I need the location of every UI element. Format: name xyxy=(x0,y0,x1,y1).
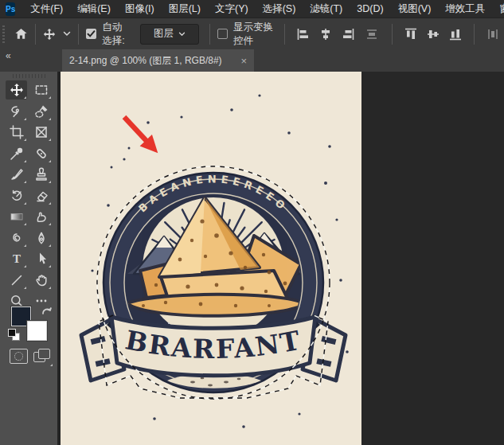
menu-file[interactable]: 文件(F) xyxy=(23,0,70,18)
clone-stamp-icon xyxy=(34,167,49,182)
move-tool-icon xyxy=(10,83,24,97)
menu-window[interactable]: 窗口(W) xyxy=(492,0,504,18)
eyedropper-icon xyxy=(10,146,24,161)
type-tool[interactable]: T xyxy=(6,249,27,268)
check-icon xyxy=(86,29,96,39)
separator xyxy=(35,24,36,45)
background-color-swatch[interactable] xyxy=(27,321,47,341)
menu-3d[interactable]: 3D(D) xyxy=(350,0,390,18)
align-bottom-edges-icon xyxy=(449,28,462,41)
separator xyxy=(392,24,393,45)
tab-close-icon[interactable]: × xyxy=(234,55,247,67)
history-brush-icon xyxy=(10,189,24,203)
menu-plugins[interactable]: 增效工具 xyxy=(438,0,492,18)
tool-options-bar: 自动选择: 图层 显示变换控件 xyxy=(0,18,504,50)
mode-buttons xyxy=(0,349,57,369)
frame-tool[interactable] xyxy=(30,123,52,142)
move-tool-preset-button[interactable] xyxy=(43,28,71,41)
distribute-vertical-centers-button[interactable] xyxy=(365,28,378,41)
path-selection-tool[interactable] xyxy=(30,249,52,268)
document-canvas[interactable]: BAEANENEEREEO xyxy=(61,72,361,445)
move-tool-icon xyxy=(43,28,56,41)
rectangular-marquee-icon xyxy=(34,83,49,97)
menu-select[interactable]: 选择(S) xyxy=(256,0,303,18)
home-icon xyxy=(14,27,28,41)
eraser-tool[interactable] xyxy=(30,186,52,205)
menu-type[interactable]: 文字(Y) xyxy=(208,0,256,18)
lasso-tool[interactable] xyxy=(6,102,27,121)
banner-ribbon: BRARFANT xyxy=(81,317,346,381)
quick-mask-icon xyxy=(14,352,23,361)
move-tool[interactable] xyxy=(6,80,27,100)
line-tool[interactable] xyxy=(6,271,27,290)
object-selection-icon xyxy=(34,104,49,119)
annotation-arrow xyxy=(118,111,164,159)
show-transform-controls-checkbox[interactable] xyxy=(217,29,228,39)
swap-colors-icon[interactable] xyxy=(41,305,53,319)
crop-tool[interactable] xyxy=(6,123,27,142)
distribute-horizontal-centers-icon xyxy=(486,28,499,41)
menu-edit[interactable]: 编辑(E) xyxy=(70,0,118,18)
frame-icon xyxy=(34,125,49,139)
blur-scribble-icon xyxy=(10,231,24,245)
separator xyxy=(78,24,79,45)
smudge-tool[interactable] xyxy=(30,207,52,226)
align-right-edges-button[interactable] xyxy=(342,28,354,41)
blur-tool[interactable] xyxy=(6,228,27,248)
options-bar-grip[interactable] xyxy=(2,25,5,43)
show-transform-controls-label: 显示变换控件 xyxy=(233,21,273,48)
home-button[interactable] xyxy=(14,27,28,41)
align-vertical-centers-button[interactable] xyxy=(427,28,440,41)
auto-select-label: 自动选择: xyxy=(102,21,131,48)
hand-tool[interactable] xyxy=(30,271,52,290)
crop-icon xyxy=(10,125,24,139)
type-icon: T xyxy=(10,252,24,266)
default-colors-icon[interactable] xyxy=(8,329,20,341)
pasteboard[interactable] xyxy=(361,72,504,445)
canvas-artwork: BAEANENEEREEO xyxy=(61,72,361,445)
screen-mode-button[interactable] xyxy=(33,349,51,363)
line-icon xyxy=(10,273,24,287)
tools-panel: T xyxy=(0,72,61,445)
spot-healing-brush-tool[interactable] xyxy=(30,144,52,163)
gradient-tool[interactable] xyxy=(6,207,27,226)
menu-image[interactable]: 图像(I) xyxy=(118,0,162,18)
separator xyxy=(474,24,475,45)
rectangular-marquee-tool[interactable] xyxy=(30,80,52,100)
brush-tool[interactable] xyxy=(6,165,27,184)
tool-grid: T xyxy=(6,80,53,310)
menu-bar: Ps 文件(F) 编辑(E) 图像(I) 图层(L) 文字(Y) 选择(S) 滤… xyxy=(0,0,504,18)
hand-icon xyxy=(34,273,49,287)
pen-tool[interactable] xyxy=(30,228,52,248)
distribute-vertical-centers-icon xyxy=(365,28,378,41)
menu-filter[interactable]: 滤镜(T) xyxy=(303,0,350,18)
align-horizontal-centers-button[interactable] xyxy=(319,28,332,41)
document-tab[interactable]: 2-14.png @ 100% (图层 1, RGB/8#) × xyxy=(62,49,254,72)
align-bottom-edges-button[interactable] xyxy=(449,28,462,41)
history-brush-tool[interactable] xyxy=(6,186,27,205)
menu-view[interactable]: 视图(V) xyxy=(391,0,439,18)
tools-panel-grip[interactable] xyxy=(13,74,46,78)
align-right-edges-icon xyxy=(342,28,354,41)
align-horizontal-centers-icon xyxy=(319,28,332,41)
distribute-horizontal-centers-button[interactable] xyxy=(486,28,499,41)
align-left-edges-icon xyxy=(297,28,310,41)
document-tab-title: 2-14.png @ 100% (图层 1, RGB/8#) xyxy=(69,54,222,68)
align-top-edges-icon xyxy=(404,28,417,41)
menu-layer[interactable]: 图层(L) xyxy=(162,0,208,18)
eyedropper-tool[interactable] xyxy=(6,144,27,163)
auto-select-checkbox[interactable] xyxy=(86,29,96,39)
layer-dropdown-value: 图层 xyxy=(154,27,174,41)
auto-select-layer-dropdown[interactable]: 图层 xyxy=(140,24,199,45)
clone-stamp-tool[interactable] xyxy=(30,165,52,184)
eraser-icon xyxy=(34,189,49,203)
quick-mask-mode-button[interactable] xyxy=(10,349,28,364)
align-left-edges-button[interactable] xyxy=(297,28,310,41)
badge-logo: BAEANENEEREEO xyxy=(81,173,346,392)
collapse-panels-icon[interactable]: « xyxy=(6,50,10,61)
svg-text:T: T xyxy=(12,252,20,265)
align-top-edges-button[interactable] xyxy=(404,28,417,41)
object-selection-tool[interactable] xyxy=(30,102,52,121)
lasso-icon xyxy=(10,104,24,119)
photoshop-logo-icon[interactable]: Ps xyxy=(6,2,15,16)
